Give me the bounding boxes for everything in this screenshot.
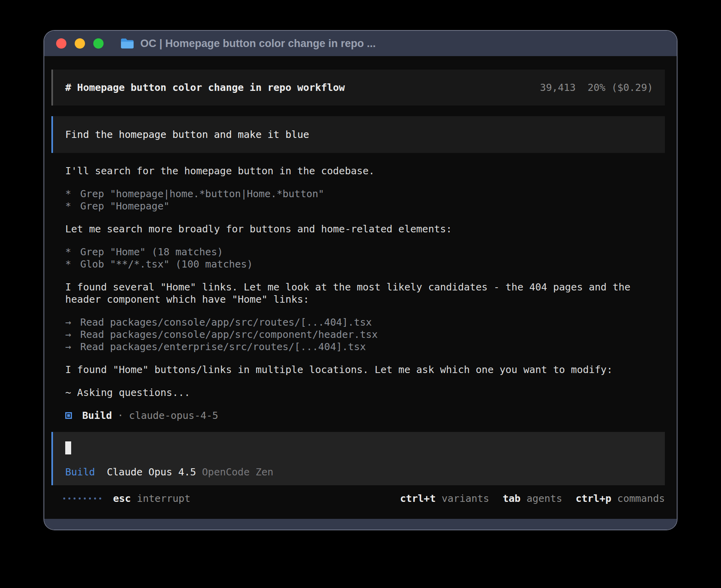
session-stats: 39,413 20% ($0.29): [540, 81, 653, 94]
tool-call-label: Grep "Homepage": [80, 200, 170, 212]
provider-label: OpenCode Zen: [202, 466, 274, 478]
tool-call-label: Read packages/console/app/src/component/…: [80, 328, 378, 341]
arrow-right-icon: →: [65, 341, 80, 353]
window-footer-strip: [44, 519, 677, 530]
session-title: # Homepage button color change in repo w…: [65, 81, 345, 94]
tool-bullet-icon: *: [65, 258, 80, 270]
tool-call-label: Glob "**/*.tsx" (100 matches): [80, 258, 253, 270]
tool-call-read: → Read packages/console/app/src/componen…: [65, 328, 665, 341]
tool-call-label: Read packages/console/app/src/routes/[..…: [80, 316, 372, 328]
agent-mode-label[interactable]: Build: [65, 466, 95, 478]
token-count: 39,413: [540, 81, 576, 94]
hint-commands: ctrl+p commands: [576, 492, 665, 505]
agent-build-icon: [65, 412, 72, 419]
hint-variants: ctrl+t variants: [400, 492, 489, 505]
assistant-paragraph: I'll search for the homepage button in t…: [65, 165, 665, 177]
tool-bullet-icon: *: [65, 200, 80, 212]
terminal-content: # Homepage button color change in repo w…: [44, 56, 677, 519]
agent-row: Build · claude-opus-4-5: [65, 409, 665, 422]
session-header: # Homepage button color change in repo w…: [51, 70, 665, 106]
arrow-right-icon: →: [65, 328, 80, 341]
model-label[interactable]: Claude Opus 4.5: [107, 466, 196, 478]
hint-interrupt: esc interrupt: [113, 492, 191, 505]
tool-call-label: Grep "Home" (18 matches): [80, 246, 223, 258]
tool-call-group: → Read packages/console/app/src/routes/[…: [65, 316, 665, 353]
window-title-group: OC | Homepage button color change in rep…: [120, 38, 376, 50]
folder-icon: [120, 38, 134, 49]
traffic-lights: [56, 38, 104, 49]
titlebar[interactable]: OC | Homepage button color change in rep…: [44, 31, 677, 56]
terminal-window: OC | Homepage button color change in rep…: [44, 31, 677, 530]
hint-agents: tab agents: [503, 492, 562, 505]
tool-call-label: Grep "homepage|home.*button|Home.*button…: [80, 188, 324, 200]
tool-call-grep: * Grep "homepage|home.*button|Home.*butt…: [65, 188, 665, 200]
text-cursor: [65, 441, 71, 454]
tool-call-label: Read packages/enterprise/src/routes/[...…: [80, 341, 366, 353]
tool-call-read: → Read packages/enterprise/src/routes/[.…: [65, 341, 665, 353]
tool-call-glob: * Glob "**/*.tsx" (100 matches): [65, 258, 665, 270]
tool-call-read: → Read packages/console/app/src/routes/[…: [65, 316, 665, 328]
assistant-paragraph: I found "Home" buttons/links in multiple…: [65, 364, 665, 376]
tool-call-grep: * Grep "Homepage": [65, 200, 665, 212]
tool-call-group: * Grep "Home" (18 matches) * Glob "**/*.…: [65, 246, 665, 270]
agent-separator: ·: [117, 409, 123, 422]
context-usage: 20% ($0.29): [587, 81, 653, 94]
hints-left: esc interrupt: [63, 492, 191, 505]
user-message-text: Find the homepage button and make it blu…: [65, 129, 309, 140]
input-status-line: Build Claude Opus 4.5 OpenCode Zen: [65, 466, 653, 478]
hints-right: ctrl+t variants tab agents ctrl+p comman…: [400, 492, 665, 505]
window-title: OC | Homepage button color change in rep…: [140, 38, 376, 50]
assistant-paragraph: Let me search more broadly for buttons a…: [65, 223, 665, 235]
tool-call-grep: * Grep "Home" (18 matches): [65, 246, 665, 258]
tool-call-group: * Grep "homepage|home.*button|Home.*butt…: [65, 188, 665, 212]
working-status: ~ Asking questions...: [65, 386, 665, 399]
arrow-right-icon: →: [65, 316, 80, 328]
agent-model: claude-opus-4-5: [129, 409, 218, 422]
tool-bullet-icon: *: [65, 188, 80, 200]
tool-bullet-icon: *: [65, 246, 80, 258]
prompt-input[interactable]: Build Claude Opus 4.5 OpenCode Zen: [51, 432, 665, 485]
agent-name: Build: [82, 409, 112, 422]
assistant-paragraph: I found several "Home" links. Let me loo…: [65, 281, 665, 305]
minimize-button[interactable]: [75, 38, 85, 49]
spinner-dots-icon: [63, 498, 101, 499]
close-button[interactable]: [56, 38, 66, 49]
zoom-button[interactable]: [93, 38, 104, 49]
hint-bar: esc interrupt ctrl+t variants tab agents…: [63, 492, 665, 505]
user-message: Find the homepage button and make it blu…: [51, 116, 665, 153]
